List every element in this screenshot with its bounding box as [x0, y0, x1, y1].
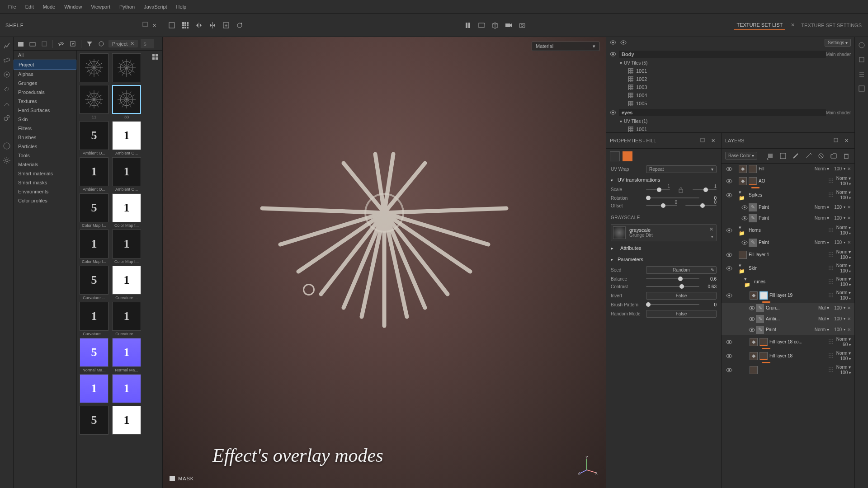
layer-eye-icon[interactable] [725, 266, 733, 271]
shelf-thumb-21[interactable]: 1 [112, 406, 141, 436]
layer-blend-dropdown[interactable]: Norm ▾ [815, 240, 829, 245]
layer-opacity[interactable]: 100 [840, 255, 848, 260]
layer-thumb-icon[interactable] [760, 291, 768, 300]
layer-name[interactable]: Fill layer 1 [749, 252, 769, 257]
rotation-slider[interactable] [646, 197, 699, 198]
uv-wrap-dropdown[interactable]: Repeat▾ [646, 165, 717, 173]
grid-view-icon[interactable] [151, 52, 160, 61]
shelf-category-project[interactable]: Project [14, 60, 76, 70]
layer-name[interactable]: Paint [766, 327, 776, 332]
layer-name[interactable]: Ambi... [766, 316, 780, 321]
layer-opacity[interactable]: 100 [831, 240, 842, 245]
viewport-3d[interactable]: Material ▾ Effect's overlay modes MASK Y… [163, 37, 606, 488]
layer-eye-icon[interactable] [741, 240, 749, 245]
fill-tool-icon[interactable] [3, 85, 11, 93]
layer-row-10[interactable]: ◆Fill layer 19 Norm ▾ 100 ▾ [722, 289, 854, 302]
render-mode-icon[interactable] [477, 21, 486, 30]
attributes-section[interactable]: ▸ Attributes [606, 243, 721, 254]
layer-handle-icon[interactable] [828, 227, 835, 234]
layer-handle-icon[interactable] [828, 192, 835, 198]
layer-thumb-icon[interactable]: ◆ [750, 291, 758, 300]
shelf-category-all[interactable]: All [14, 51, 76, 60]
layer-blend-dropdown[interactable]: Norm ▾ [836, 176, 851, 181]
layer-opacity[interactable]: 100 [840, 282, 848, 287]
menu-window[interactable]: Window [60, 4, 86, 9]
layer-row-0[interactable]: ◆FillNorm ▾100▾✕ [722, 164, 854, 174]
tsl-tiles-label[interactable]: UV Tiles (5) [624, 61, 647, 66]
seed-edit-icon[interactable]: ✎ [711, 267, 714, 272]
shelf-category-procedurals[interactable]: Procedurals [14, 88, 76, 97]
import-icon[interactable] [16, 39, 25, 48]
panel-toggle-2-icon[interactable] [858, 56, 865, 63]
layer-thumb-icon[interactable] [749, 177, 757, 185]
shelf-thumb-12[interactable]: 5Curvature ... [80, 266, 108, 300]
uv-transformations-section[interactable]: UV transformations [606, 174, 721, 185]
layer-thumb-icon[interactable]: ◆ [750, 338, 758, 346]
layer-blend-dropdown[interactable]: Norm ▾ [836, 365, 851, 370]
layer-thumb-icon[interactable]: ◆ [739, 177, 747, 185]
shelf-category-textures[interactable]: Textures [14, 97, 76, 106]
layer-opacity[interactable]: 100 [831, 205, 842, 210]
layer-eye-icon[interactable] [725, 253, 733, 257]
save-icon[interactable] [40, 39, 49, 48]
layer-eye-icon[interactable] [748, 317, 756, 321]
search-chip-clear-icon[interactable]: ✕ [130, 41, 134, 47]
layer-row-12[interactable]: ✎Ambi...Mul ▾100▾✕ [722, 314, 854, 324]
layer-row-14[interactable]: ◆Fill layer 18 co... Norm ▾ 60 ▾ [722, 335, 854, 349]
layer-row-11[interactable]: ✎Grun...Mul ▾100▾✕ [722, 303, 854, 314]
layer-blend-dropdown[interactable]: Norm ▾ [836, 263, 851, 268]
smudge-tool-icon[interactable] [3, 99, 11, 108]
shelf-category-grunges[interactable]: Grunges [14, 79, 76, 88]
menu-javascript[interactable]: JavaScript [139, 4, 171, 9]
layer-blend-dropdown[interactable]: Norm ▾ [815, 166, 829, 171]
delete-layer-icon[interactable] [842, 151, 851, 160]
layer-thumb-icon[interactable]: ✎ [749, 203, 757, 211]
add-mask-icon[interactable] [791, 151, 800, 160]
shelf-category-smart-masks[interactable]: Smart masks [14, 178, 76, 187]
lock-icon[interactable] [678, 187, 684, 193]
panel-toggle-1-icon[interactable] [858, 42, 865, 49]
add-paint-layer-icon[interactable] [778, 151, 788, 160]
layer-row-13[interactable]: ✎PaintNorm ▾100▾✕ [722, 324, 854, 335]
layer-name[interactable]: Paint [759, 216, 769, 221]
shelf-thumb-14[interactable]: 1Curvature ... [80, 302, 108, 336]
layer-blend-dropdown[interactable]: Mul ▾ [818, 316, 829, 321]
shelf-thumb-1[interactable] [112, 53, 141, 83]
add-fill-layer-icon[interactable] [766, 151, 775, 160]
shelf-thumb-16[interactable]: 5Normal Ma... [80, 338, 108, 372]
material-dropdown[interactable]: Material ▾ [532, 42, 599, 51]
layer-opacity[interactable]: 100 [840, 370, 848, 375]
properties-dock-icon[interactable] [698, 136, 707, 145]
shelf-thumb-7[interactable]: 1Ambient O... [112, 157, 141, 192]
layer-blend-dropdown[interactable]: Norm ▾ [836, 249, 851, 254]
shelf-category-materials[interactable]: Materials [14, 160, 76, 169]
layer-row-3[interactable]: ✎PaintNorm ▾100▾✕ [722, 202, 854, 213]
layer-eye-icon[interactable] [725, 228, 733, 233]
shelf-thumb-11[interactable]: 1Color Map f... [112, 230, 141, 264]
shelf-close-icon[interactable]: ✕ [150, 21, 159, 30]
layer-row-2[interactable]: ▾ 📁Spikes Norm ▾ 100 ▾ [722, 188, 854, 202]
random-mode-dropdown[interactable]: False [646, 310, 717, 318]
layer-remove-icon[interactable]: ✕ [847, 316, 851, 321]
layer-thumb-icon[interactable]: ✎ [749, 239, 757, 247]
layer-handle-icon[interactable] [828, 252, 835, 258]
layers-dock-icon[interactable] [831, 136, 840, 145]
layer-row-5[interactable]: ▾ 📁Horns Norm ▾ 100 ▾ [722, 224, 854, 237]
uv-tile-id[interactable]: 1004 [636, 93, 647, 98]
layer-eye-icon[interactable] [725, 167, 733, 171]
tsl-tiles-label[interactable]: UV Tiles (1) [624, 119, 647, 124]
layer-thumb-icon[interactable] [749, 165, 757, 173]
layer-name[interactable]: Paint [759, 205, 769, 210]
tsl-eye-solo-icon[interactable] [620, 40, 627, 45]
layer-thumb-icon[interactable]: ◆ [739, 165, 747, 173]
layer-opacity[interactable]: 100 [840, 195, 848, 200]
layer-blend-dropdown[interactable]: Mul ▾ [818, 305, 829, 310]
tab-close-icon[interactable]: ✕ [791, 22, 795, 28]
projection-tool-icon[interactable] [3, 70, 11, 79]
shelf-thumb-8[interactable]: 5Color Map f... [80, 193, 108, 228]
screenshot-icon[interactable] [518, 21, 527, 30]
layer-opacity[interactable]: 60 [843, 342, 848, 347]
tsl-shader-label[interactable]: Main shader [826, 110, 851, 115]
tsl-eye-icon[interactable] [610, 110, 616, 115]
layer-handle-icon[interactable] [828, 292, 835, 299]
